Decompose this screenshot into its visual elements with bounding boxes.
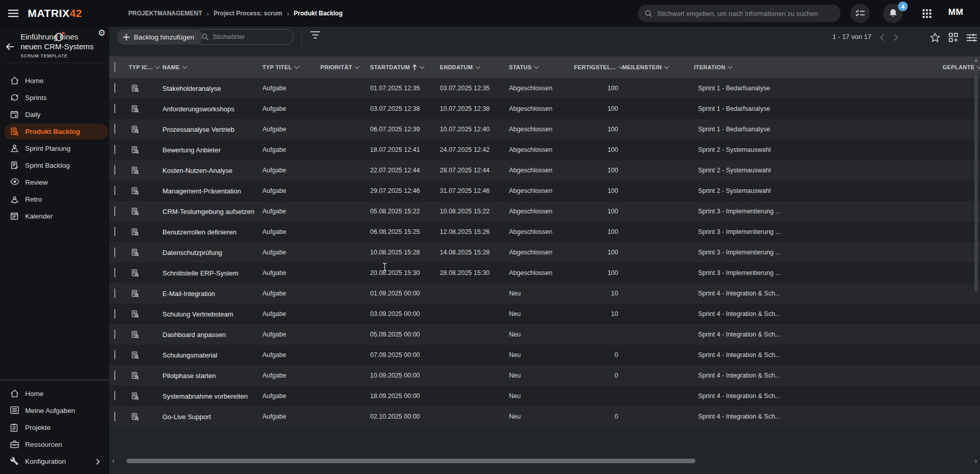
table-row[interactable]: Bewertung AnbieterAufgabe18.07.2025 12:4… bbox=[109, 140, 980, 160]
table-row[interactable]: Management-PräsentationAufgabe29.07.2025… bbox=[109, 181, 980, 201]
keyword-filter[interactable] bbox=[195, 29, 294, 45]
row-checkbox[interactable] bbox=[114, 391, 115, 401]
row-checkbox[interactable] bbox=[114, 124, 115, 134]
table-row[interactable]: StakeholderanalyseAufgabe01.07.2025 12:3… bbox=[109, 78, 980, 98]
scroll-left-icon[interactable]: ‹ bbox=[109, 457, 117, 465]
sidebar-item-home[interactable]: Home bbox=[0, 72, 109, 89]
horizontal-scroll-thumb[interactable] bbox=[127, 459, 696, 463]
view-settings-button[interactable] bbox=[965, 30, 979, 45]
column-header-prioritaet[interactable]: PRIORITÄT bbox=[320, 64, 370, 70]
sidebar-item-review[interactable]: Review bbox=[0, 174, 109, 191]
footer-item-konfiguration[interactable]: Konfiguration bbox=[0, 453, 109, 470]
table-row[interactable]: Schulung VertriebsteamAufgabe03.09.2025 … bbox=[109, 304, 980, 324]
sidebar-item-retro[interactable]: Retro bbox=[0, 191, 109, 208]
sidebar-item-daily[interactable]: Daily bbox=[0, 106, 109, 123]
cell-name[interactable]: Management-Präsentation bbox=[162, 187, 262, 195]
app-grid-button[interactable] bbox=[917, 4, 936, 23]
column-header-iteration[interactable]: ITERATION bbox=[694, 64, 943, 70]
column-header-name[interactable]: NAME bbox=[162, 64, 262, 70]
global-search[interactable] bbox=[638, 5, 841, 22]
page-prev-button[interactable] bbox=[874, 30, 889, 45]
cell-name[interactable]: Stakeholderanalyse bbox=[162, 85, 262, 92]
cell-name[interactable]: Kosten-Nutzen-Analyse bbox=[162, 167, 262, 174]
row-checkbox[interactable] bbox=[114, 206, 115, 216]
cell-name[interactable]: Prozessanalyse Vertrieb bbox=[162, 126, 262, 133]
add-backlog-button[interactable]: Backlog hinzufügen bbox=[117, 29, 202, 45]
keyword-filter-input[interactable] bbox=[213, 33, 287, 41]
horizontal-scroll-track[interactable] bbox=[117, 458, 972, 463]
breadcrumb-segment[interactable]: Project Process: scrum bbox=[214, 10, 282, 17]
table-row[interactable]: SchulungsmaterialAufgabe07.09.2025 00:00… bbox=[109, 345, 980, 365]
column-header-typ_titel[interactable]: TYP TITEL bbox=[262, 64, 320, 70]
scroll-up-icon[interactable]: ▲ bbox=[973, 57, 979, 63]
global-search-input[interactable] bbox=[657, 10, 833, 17]
cell-name[interactable]: Pilotphase starten bbox=[162, 372, 262, 380]
cell-name[interactable]: Schulung Vertriebsteam bbox=[162, 310, 262, 318]
row-checkbox[interactable] bbox=[114, 145, 115, 154]
row-checkbox[interactable] bbox=[114, 268, 115, 278]
table-row[interactable]: CRM-Testumgebung aufsetzenAufgabe05.08.2… bbox=[109, 201, 980, 222]
row-checkbox[interactable] bbox=[114, 329, 115, 339]
table-row[interactable]: Systemabnahme vorbereitenAufgabe18.09.20… bbox=[109, 386, 980, 406]
row-checkbox[interactable] bbox=[114, 186, 115, 195]
column-header-status[interactable]: STATUS bbox=[509, 64, 574, 70]
column-header-meilenstein[interactable]: MEILENSTEIN bbox=[618, 64, 694, 70]
row-checkbox[interactable] bbox=[114, 370, 115, 380]
cell-name[interactable]: Schulungsmaterial bbox=[162, 351, 262, 359]
footer-item-projekte[interactable]: Projekte bbox=[0, 419, 109, 436]
vertical-scroll-thumb[interactable] bbox=[974, 71, 978, 291]
column-header-typ_icon[interactable]: TYP IC... bbox=[129, 64, 162, 70]
favorite-star-button[interactable] bbox=[928, 30, 942, 45]
table-row[interactable]: E-Mail-IntegrationAufgabe01.09.2025 00:0… bbox=[109, 283, 980, 304]
cell-name[interactable]: Bewertung Anbieter bbox=[162, 146, 262, 154]
chevron-down-icon[interactable] bbox=[294, 66, 300, 69]
gear-icon[interactable]: ⚙ bbox=[98, 28, 106, 38]
cell-name[interactable]: Dashboard anpassen bbox=[162, 331, 262, 339]
cell-name[interactable]: Go-Live Support bbox=[162, 413, 262, 421]
cell-name[interactable]: Systemabnahme vorbereiten bbox=[162, 392, 262, 400]
cell-name[interactable]: E-Mail-Integration bbox=[162, 290, 262, 298]
chevron-down-icon[interactable] bbox=[475, 66, 481, 69]
chevron-down-icon[interactable] bbox=[182, 66, 188, 69]
row-checkbox[interactable] bbox=[114, 309, 115, 319]
refresh-button[interactable] bbox=[52, 30, 66, 45]
table-row[interactable]: Dashboard anpassenAufgabe05.09.2025 00:0… bbox=[109, 324, 980, 345]
vertical-scrollbar[interactable]: ▲ bbox=[973, 57, 979, 458]
chevron-down-icon[interactable] bbox=[354, 66, 360, 69]
row-checkbox[interactable] bbox=[114, 104, 115, 113]
horizontal-scrollbar[interactable]: ‹ › bbox=[109, 457, 980, 465]
table-row[interactable]: Benutzerrollen definierenAufgabe06.08.20… bbox=[109, 222, 980, 242]
table-row[interactable]: Pilotphase startenAufgabe10.09.2025 00:0… bbox=[109, 365, 980, 386]
footer-item-home[interactable]: Home bbox=[0, 385, 109, 402]
table-row[interactable]: Prozessanalyse VertriebAufgabe06.07.2025… bbox=[109, 119, 980, 140]
footer-item-ressourcen[interactable]: Ressourcen bbox=[0, 436, 109, 453]
tasks-checklist-button[interactable] bbox=[850, 4, 870, 23]
chevron-down-icon[interactable] bbox=[664, 66, 669, 69]
footer-item-meine-aufgaben[interactable]: Meine Aufgaben bbox=[0, 402, 109, 419]
cell-name[interactable]: CRM-Testumgebung aufsetzen bbox=[162, 208, 262, 215]
sidebar-item-produkt-backlog[interactable]: Produkt Backlog bbox=[0, 123, 109, 140]
sidebar-item-kalender[interactable]: Kalender bbox=[0, 208, 109, 225]
table-row[interactable]: AnforderungsworkshopsAufgabe03.07.2025 1… bbox=[109, 98, 980, 119]
cell-name[interactable]: Datenschutzprüfung bbox=[162, 249, 262, 256]
row-checkbox[interactable] bbox=[114, 411, 115, 421]
breadcrumb-segment[interactable]: PROJEKTMANAGEMENT bbox=[128, 10, 202, 17]
row-checkbox[interactable] bbox=[114, 350, 115, 360]
chevron-down-icon[interactable] bbox=[155, 66, 160, 69]
column-header-enddatum[interactable]: ENDDATUM bbox=[440, 64, 509, 70]
table-row[interactable]: Kosten-Nutzen-AnalyseAufgabe22.07.2025 1… bbox=[109, 160, 980, 181]
table-row[interactable]: Schnittstelle ERP-SystemAufgabe20.08.202… bbox=[109, 263, 980, 283]
chevron-down-icon[interactable] bbox=[534, 66, 539, 69]
cell-name[interactable]: Anforderungsworkshops bbox=[162, 105, 262, 113]
table-row[interactable]: DatenschutzprüfungAufgabe10.08.2025 15:2… bbox=[109, 242, 980, 263]
row-checkbox[interactable] bbox=[114, 227, 115, 236]
filter-icon[interactable] bbox=[310, 31, 320, 39]
chevron-down-icon[interactable] bbox=[419, 66, 425, 69]
row-checkbox[interactable] bbox=[114, 165, 115, 175]
column-header-startdatum[interactable]: STARTDATUM bbox=[370, 64, 440, 71]
hamburger-menu-icon[interactable] bbox=[8, 9, 18, 17]
row-checkbox[interactable] bbox=[114, 288, 115, 298]
user-avatar[interactable]: MM bbox=[948, 7, 963, 17]
page-next-button[interactable] bbox=[889, 30, 903, 45]
column-header-fertigstellung[interactable]: FERTIGSTEL... bbox=[574, 64, 618, 70]
